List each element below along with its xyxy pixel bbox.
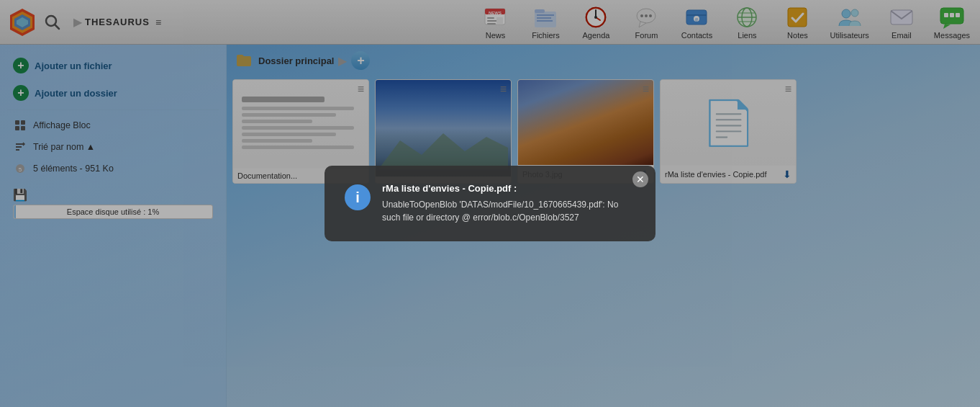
modal-close-button[interactable]: ✕ xyxy=(632,171,648,187)
modal-title: rMa liste d'envies - Copie.pdf : xyxy=(382,183,635,194)
error-modal: ✕ i rMa liste d'envies - Copie.pdf : Una… xyxy=(325,166,655,241)
modal-message: UnableToOpenBlob 'DATAS/modFile/10_16706… xyxy=(382,198,635,224)
modal-content: rMa liste d'envies - Copie.pdf : UnableT… xyxy=(382,183,635,224)
modal-info-icon: i xyxy=(345,184,371,210)
modal-overlay[interactable]: ✕ i rMa liste d'envies - Copie.pdf : Una… xyxy=(0,0,980,407)
